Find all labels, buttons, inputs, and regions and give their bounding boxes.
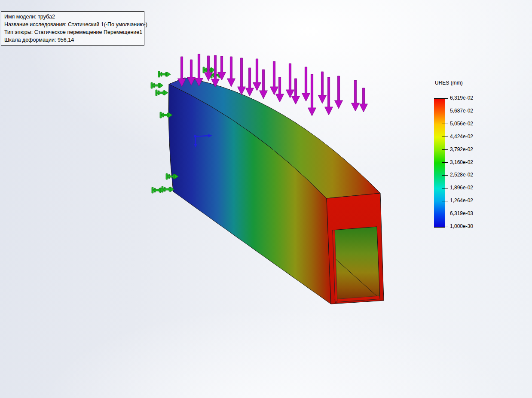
legend-tick [442,111,448,111]
legend-value: 3,160e-02 [450,159,473,166]
fixture-symbol [151,82,163,88]
legend-tick [442,201,448,201]
load-arrow [246,68,254,96]
fixture-symbol [158,71,171,77]
study-annotation-box: Имя модели: труба2 Название исследования… [1,11,144,46]
legend-title: URES (mm) [435,80,463,86]
legend-value: 4,424e-02 [450,134,473,140]
legend-tick [442,227,448,227]
solidworks-viewport-screenshot: { "annotation_box": { "lines": [ "Имя мо… [0,0,532,398]
model-name-line: Имя модели: труба2 [4,13,141,21]
load-arrow [318,72,327,103]
legend-tick [442,175,448,176]
legend-value: 1,264e-02 [450,197,473,204]
legend-value: 1,896e-02 [450,185,473,191]
legend-tick [442,137,448,137]
load-arrow [360,88,368,112]
deformation-scale-line: Шкала деформации: 956,14 [4,36,141,44]
load-arrow [335,76,343,109]
legend-value: 6,319e-02 [450,95,473,102]
legend-tick [442,214,448,214]
load-arrow [238,58,246,95]
legend-value: 1,000e-30 [450,223,473,230]
legend-value: 6,319e-03 [450,210,473,217]
legend-tick [442,98,448,99]
legend-value: 2,528e-02 [450,172,473,179]
legend-tick [442,149,448,150]
legend-color-bar[interactable] [434,98,445,228]
legend-tick [442,124,448,124]
fixture-symbol [156,90,168,96]
legend-value: 5,056e-02 [450,121,473,128]
fixture-symbol [162,186,174,192]
load-arrow [227,57,235,87]
load-arrow [302,67,310,101]
load-arrow [253,59,261,91]
plot-type-line: Тип эпюры: Статическое перемещение Перем… [4,28,141,36]
load-arrow [260,70,268,99]
load-arrow [270,61,278,95]
study-name-line: Название исследования: Статический 1(-По… [4,21,141,28]
legend-value: 5,687e-02 [450,108,473,115]
tube-hollow-interior [333,227,380,302]
load-arrow [286,64,294,98]
legend-tick [442,162,448,163]
legend-scale: URES (mm) 6,319e-025,687e-025,056e-024,4… [434,80,496,234]
load-arrow [352,80,360,111]
legend-tick [442,188,448,188]
legend-value: 3,792e-02 [450,146,473,153]
